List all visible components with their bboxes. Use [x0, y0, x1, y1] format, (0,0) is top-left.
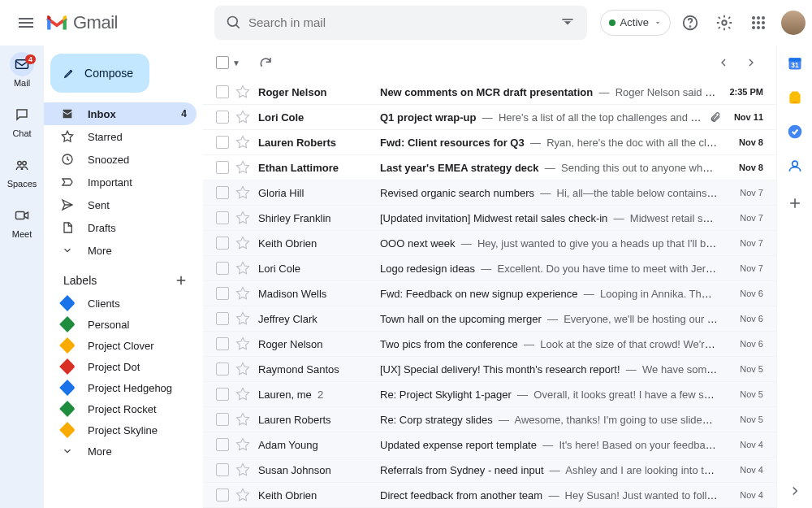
nav-important[interactable]: Important	[44, 171, 197, 193]
support-button[interactable]	[676, 8, 705, 37]
message-row[interactable]: Roger NelsonNew comments on MCR draft pr…	[203, 80, 776, 105]
main-menu-button[interactable]	[10, 7, 42, 39]
star-icon[interactable]	[235, 160, 250, 175]
label-text: Project Dot	[88, 361, 140, 373]
label-project-hedgehog[interactable]: Project Hedgehog	[44, 377, 197, 398]
gmail-logo[interactable]: Gmail	[42, 12, 214, 33]
message-row[interactable]: Keith ObrienOOO next week — Hey, just wa…	[203, 231, 776, 256]
label-project-skyline[interactable]: Project Skyline	[44, 419, 197, 441]
labels-more[interactable]: More	[44, 441, 197, 462]
message-row[interactable]: Lauren RobertsRe: Corp strategy slides —…	[203, 407, 776, 432]
search-options-icon[interactable]	[553, 8, 582, 37]
label-clients[interactable]: Clients	[44, 293, 197, 314]
nav-drafts[interactable]: Drafts	[44, 216, 197, 239]
row-checkbox[interactable]	[216, 463, 229, 476]
account-avatar[interactable]	[781, 11, 806, 35]
star-icon[interactable]	[235, 437, 250, 452]
star-icon[interactable]	[235, 412, 250, 427]
apps-button[interactable]	[744, 8, 773, 37]
row-checkbox[interactable]	[216, 85, 229, 98]
contacts-addon[interactable]	[787, 158, 803, 174]
message-row[interactable]: Lori ColeLogo redesign ideas — Excellent…	[203, 256, 776, 281]
star-icon[interactable]	[235, 387, 250, 402]
star-icon[interactable]	[235, 311, 250, 326]
label-project-dot[interactable]: Project Dot	[44, 356, 197, 377]
star-icon[interactable]	[235, 236, 250, 250]
svg-line-1	[236, 24, 240, 28]
message-row[interactable]: Raymond Santos[UX] Special delivery! Thi…	[203, 357, 776, 382]
row-checkbox[interactable]	[216, 211, 229, 224]
select-all-checkbox[interactable]	[216, 56, 229, 69]
row-checkbox[interactable]	[216, 136, 229, 149]
hide-side-panel[interactable]	[788, 484, 802, 498]
minibar-mail[interactable]: 4 Mail	[0, 52, 44, 88]
message-row[interactable]: Keith ObrienDirect feedback from another…	[203, 483, 776, 508]
minibar-meet[interactable]: Meet	[0, 203, 44, 239]
older-button[interactable]	[739, 50, 763, 75]
add-label-button[interactable]	[174, 273, 188, 288]
star-icon[interactable]	[235, 488, 250, 502]
nav-inbox[interactable]: Inbox4	[44, 102, 197, 125]
row-checkbox[interactable]	[216, 111, 229, 124]
star-icon[interactable]	[235, 110, 250, 124]
star-icon[interactable]	[235, 462, 250, 477]
settings-button[interactable]	[710, 8, 739, 37]
message-row[interactable]: Shirley Franklin[Updated invitation] Mid…	[203, 206, 776, 231]
message-row[interactable]: Susan JohnsonReferrals from Sydney - nee…	[203, 458, 776, 483]
star-icon[interactable]	[235, 85, 250, 99]
nav-snoozed[interactable]: Snoozed	[44, 148, 197, 171]
row-checkbox[interactable]	[216, 186, 229, 199]
star-icon[interactable]	[235, 211, 250, 225]
row-checkbox[interactable]	[216, 438, 229, 451]
message-row[interactable]: Lauren, me 2Re: Project Skylight 1-pager…	[203, 382, 776, 407]
compose-button[interactable]: Compose	[50, 54, 149, 93]
label-project-rocket[interactable]: Project Rocket	[44, 398, 197, 419]
label-personal[interactable]: Personal	[44, 314, 197, 335]
refresh-button[interactable]	[253, 50, 278, 75]
message-row[interactable]: Roger NelsonTwo pics from the conference…	[203, 332, 776, 357]
keep-addon[interactable]	[787, 89, 803, 106]
status-chip[interactable]: Active	[600, 10, 671, 36]
star-icon[interactable]	[235, 135, 250, 150]
row-checkbox[interactable]	[216, 237, 229, 250]
message-row[interactable]: Lori ColeQ1 project wrap-up — Here's a l…	[203, 105, 776, 130]
star-icon[interactable]	[235, 261, 250, 276]
row-checkbox[interactable]	[216, 388, 229, 401]
star-icon[interactable]	[235, 185, 250, 200]
label-color-icon	[59, 380, 76, 396]
row-checkbox[interactable]	[216, 363, 229, 376]
newer-button[interactable]	[711, 50, 736, 75]
nav-label: Starred	[88, 131, 123, 143]
more-icon	[60, 243, 75, 258]
row-checkbox[interactable]	[216, 488, 229, 501]
labels-more-label: More	[88, 445, 112, 458]
search-bar[interactable]	[214, 6, 587, 40]
minibar-spaces[interactable]: Spaces	[0, 153, 44, 189]
row-checkbox[interactable]	[216, 413, 229, 426]
row-checkbox[interactable]	[216, 262, 229, 275]
row-checkbox[interactable]	[216, 287, 229, 300]
label-project-clover[interactable]: Project Clover	[44, 335, 197, 356]
message-row[interactable]: Lauren RobertsFwd: Client resources for …	[203, 130, 776, 155]
message-row[interactable]: Adam YoungUpdated expense report templat…	[203, 432, 776, 458]
minibar-chat[interactable]: Chat	[0, 102, 44, 138]
select-dropdown[interactable]: ▼	[232, 59, 240, 67]
row-checkbox[interactable]	[216, 161, 229, 174]
message-row[interactable]: Jeffrey ClarkTown hall on the upcoming m…	[203, 306, 776, 332]
nav-starred[interactable]: Starred	[44, 125, 197, 148]
message-row[interactable]: Gloria HillRevised organic search number…	[203, 180, 776, 206]
message-row[interactable]: Ethan LattimoreLast year's EMEA strategy…	[203, 155, 776, 180]
tasks-addon[interactable]	[787, 124, 803, 140]
get-addons[interactable]	[787, 195, 803, 211]
star-icon[interactable]	[235, 286, 250, 301]
row-checkbox[interactable]	[216, 312, 229, 325]
star-icon[interactable]	[235, 362, 250, 376]
search-icon[interactable]	[219, 8, 248, 37]
star-icon[interactable]	[235, 336, 250, 351]
nav-more[interactable]: More	[44, 239, 197, 262]
row-checkbox[interactable]	[216, 337, 229, 350]
search-input[interactable]	[248, 15, 553, 29]
message-row[interactable]: Madison WellsFwd: Feedback on new signup…	[203, 281, 776, 306]
calendar-addon[interactable]: 31	[787, 55, 803, 72]
nav-sent[interactable]: Sent	[44, 193, 197, 216]
